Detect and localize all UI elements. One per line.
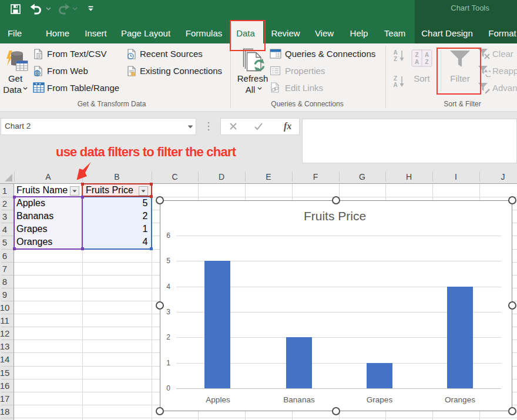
svg-text:Z: Z — [394, 56, 397, 62]
svg-text:Z: Z — [415, 52, 418, 58]
svg-text:A: A — [415, 59, 419, 65]
svg-text:A: A — [393, 82, 397, 88]
svg-text:A: A — [425, 52, 429, 58]
svg-text:Z: Z — [425, 59, 428, 65]
svg-text:A: A — [393, 49, 397, 56]
svg-text:Z: Z — [394, 75, 397, 82]
